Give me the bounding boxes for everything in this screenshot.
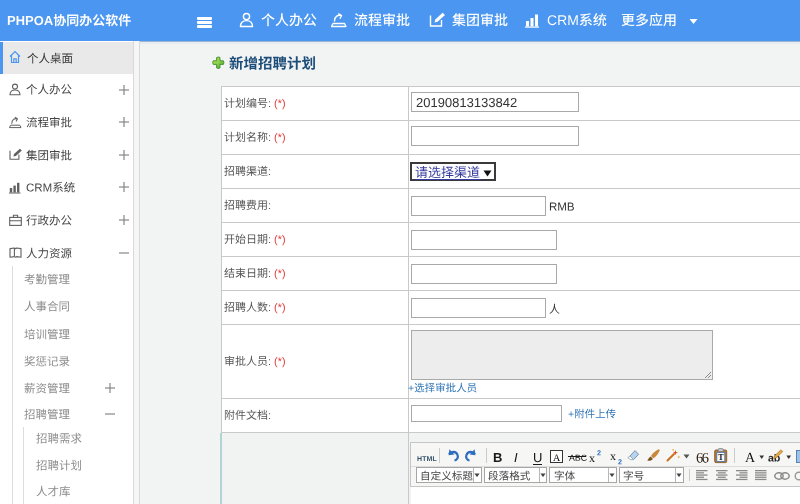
svg-text:T: T: [718, 452, 724, 462]
